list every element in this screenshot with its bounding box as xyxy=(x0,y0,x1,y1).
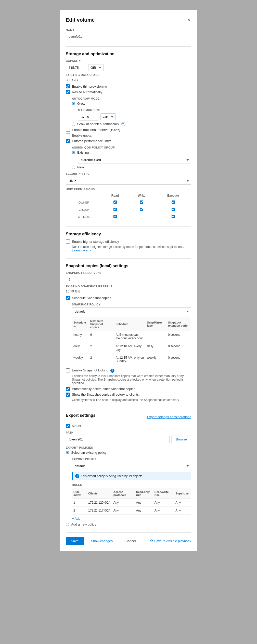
thin-provisioning-label[interactable]: Enable thin provisioning xyxy=(72,85,107,88)
qos-existing-label[interactable]: Existing xyxy=(77,151,89,154)
resize-auto-checkbox[interactable] xyxy=(66,90,70,94)
snapshot-col-schedule: Schedule ... xyxy=(72,317,89,331)
enable-quota-label[interactable]: Enable quota xyxy=(72,133,92,137)
export-policy-info-text: This export policy is being used by 19 o… xyxy=(81,474,143,478)
snapshot-locking-info-icon[interactable]: i xyxy=(110,369,114,373)
storage-optimization-section: Storage and optimization CAPACITY GiB Ti… xyxy=(66,46,191,220)
capacity-label: CAPACITY xyxy=(66,59,191,62)
thin-provisioning-checkbox[interactable] xyxy=(66,84,70,88)
higher-efficiency-label[interactable]: Enable higher storage efficiency xyxy=(72,240,119,244)
snapshot-locking-checkbox[interactable] xyxy=(66,368,70,372)
ansible-playbook-link[interactable]: ⚙ Save to Ansible playbook xyxy=(150,539,191,543)
auto-delete-checkbox[interactable] xyxy=(66,387,70,391)
qos-existing-row: Existing xyxy=(72,151,191,154)
close-button[interactable]: × xyxy=(186,16,191,24)
grow-shrink-help-icon[interactable]: ? xyxy=(121,122,125,126)
grow-shrink-radio[interactable] xyxy=(72,123,75,126)
save-button[interactable]: Save xyxy=(66,537,84,545)
qos-new-radio[interactable] xyxy=(72,166,75,169)
modal-header: Edit volume × xyxy=(66,16,191,24)
snap-row-detail: At 12:10 AM, every day xyxy=(114,342,146,354)
browse-button[interactable]: Browse xyxy=(172,436,191,443)
capacity-unit-select[interactable]: GiB TiB xyxy=(88,64,104,71)
unix-permissions-label: UNIX PERMISSIONS xyxy=(66,188,191,191)
higher-efficiency-checkbox[interactable] xyxy=(66,239,70,244)
rule-index: 1 xyxy=(72,499,87,506)
enable-quota-checkbox[interactable] xyxy=(66,133,70,137)
perm-others-label: OTHERS xyxy=(66,213,102,220)
resize-auto-label[interactable]: Resize automatically xyxy=(72,90,102,94)
snapshot-locking-label: Enable Snapshot locking i xyxy=(72,368,114,373)
existing-policy-radio[interactable] xyxy=(66,451,69,454)
enforce-limits-checkbox[interactable] xyxy=(66,139,70,143)
export-policy-select[interactable]: default xyxy=(72,462,191,470)
name-label: NAME xyxy=(66,29,191,32)
auto-delete-label[interactable]: Automatically delete older Snapshot copi… xyxy=(72,387,135,391)
group-execute-checkbox[interactable] xyxy=(172,208,175,211)
show-changes-button[interactable]: Show changes xyxy=(86,537,118,545)
thin-provisioning-row: Enable thin provisioning xyxy=(66,84,191,88)
owner-read-checkbox[interactable] xyxy=(113,200,117,204)
table-row: GROUP xyxy=(66,206,191,213)
qos-new-label[interactable]: New xyxy=(77,165,84,169)
perm-group-label: GROUP xyxy=(66,206,102,213)
snapshot-policy-select[interactable]: default xyxy=(72,307,191,315)
security-type-select[interactable]: UNIX xyxy=(66,177,191,185)
enforce-limits-label[interactable]: Enforce performance limits xyxy=(72,139,111,143)
qos-policy-select[interactable]: extreme-fixed xyxy=(78,156,191,164)
export-considerations-link[interactable]: Export settings considerations xyxy=(147,415,191,419)
others-write-checkbox[interactable] xyxy=(140,215,143,218)
new-policy-radio[interactable] xyxy=(66,523,69,526)
max-size-input[interactable] xyxy=(78,113,98,120)
grow-shrink-row: Grow or shrink automatically ? xyxy=(72,122,191,126)
schedule-snapshot-label[interactable]: Schedule Snapshot copies xyxy=(72,296,111,300)
learn-more-link[interactable]: Learn more xyxy=(72,249,87,252)
name-input[interactable] xyxy=(66,33,191,40)
snap-row-schedule: weekly xyxy=(72,354,89,365)
snapshot-reserve-label: SNAPSHOT RESERVE % xyxy=(66,271,191,274)
snap-row-max: 2 xyxy=(89,354,114,365)
rules-col-clients: Clients xyxy=(87,488,112,499)
new-policy-row: Add a new policy xyxy=(66,522,191,526)
others-execute-checkbox[interactable] xyxy=(172,215,175,218)
snap-row-mirror: daily xyxy=(146,342,166,354)
snapshot-col-snaplock: SnapLock retention perio xyxy=(166,317,191,331)
fractional-reserve-label[interactable]: Enable fractional reserve (100%) xyxy=(72,128,120,132)
table-row: hourly 6 At 5 minutes past the hour, eve… xyxy=(72,331,191,342)
mount-label[interactable]: Mount xyxy=(72,424,81,428)
autogrow-grow-label[interactable]: Grow xyxy=(77,102,85,105)
snap-row-detail: At 5 minutes past the hour, every hour xyxy=(114,331,146,342)
perm-owner-label: OWNER xyxy=(66,199,102,206)
rules-table: Rule index Clients Access protocols Read… xyxy=(72,488,191,515)
table-row: weekly 2 At 12:15 AM, only on Sunday wee… xyxy=(72,354,191,365)
snapshot-reserve-input[interactable] xyxy=(66,276,191,283)
fractional-reserve-checkbox[interactable] xyxy=(66,128,70,132)
owner-write-checkbox[interactable] xyxy=(140,200,143,204)
snapshot-title: Snapshot copies (local) settings xyxy=(66,264,191,268)
rule-readwrite: Any xyxy=(153,506,174,514)
rules-col-index: Rule index xyxy=(72,488,87,499)
group-write-checkbox[interactable] xyxy=(140,208,143,211)
group-read-checkbox[interactable] xyxy=(113,208,117,211)
capacity-input[interactable] xyxy=(66,64,86,71)
schedule-snapshot-checkbox[interactable] xyxy=(66,296,70,300)
others-read-checkbox[interactable] xyxy=(113,215,117,218)
autogrow-grow-radio[interactable] xyxy=(72,102,75,105)
qos-existing-radio[interactable] xyxy=(72,151,75,154)
max-size-unit-select[interactable]: GiB TiB xyxy=(100,113,116,120)
add-rule-link[interactable]: + Add xyxy=(72,517,191,520)
show-directory-checkbox[interactable] xyxy=(66,393,70,397)
rule-index: 2 xyxy=(72,506,87,514)
cancel-button[interactable]: Cancel xyxy=(120,537,141,545)
schedule-snapshot-row: Schedule Snapshot copies xyxy=(66,296,191,300)
mount-checkbox[interactable] xyxy=(66,424,70,428)
existing-policy-label[interactable]: Select an existing policy xyxy=(71,451,107,454)
existing-policy-row: Select an existing policy xyxy=(66,451,191,454)
max-size-row: GiB TiB xyxy=(78,113,191,120)
owner-execute-checkbox[interactable] xyxy=(172,200,175,204)
external-link-icon: ↗ xyxy=(89,249,91,252)
path-input[interactable] xyxy=(66,436,170,443)
snapshot-col-max: Maximum Snapshot copies xyxy=(89,317,114,331)
new-policy-label[interactable]: Add a new policy xyxy=(71,522,96,526)
show-directory-label[interactable]: Show the Snapshot copies directory to cl… xyxy=(72,393,140,396)
